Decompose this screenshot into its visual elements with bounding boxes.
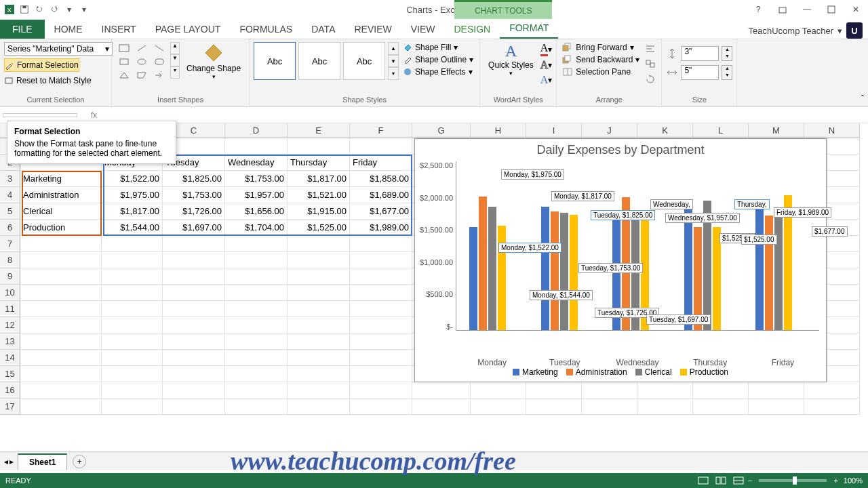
tab-review[interactable]: REVIEW (344, 20, 401, 39)
height-up-icon[interactable]: ▲ (722, 47, 732, 54)
cell[interactable]: Clerical (20, 203, 102, 220)
cell[interactable] (350, 333, 412, 350)
chart-bar[interactable] (560, 213, 568, 330)
cell[interactable]: Production (20, 220, 102, 236)
shape-height-input[interactable]: 3" (681, 46, 719, 61)
user-avatar[interactable]: U (846, 22, 863, 39)
cell[interactable] (412, 382, 471, 399)
cell[interactable] (225, 350, 288, 366)
save-icon[interactable] (18, 3, 31, 16)
cell[interactable] (102, 301, 163, 317)
cell[interactable] (288, 317, 350, 333)
cell[interactable]: $1,989.00 (350, 220, 412, 236)
cell[interactable] (350, 366, 412, 382)
tab-format[interactable]: FORMAT (500, 18, 558, 39)
column-header[interactable]: E (288, 123, 350, 138)
qat-customize-icon[interactable]: ▾ (77, 3, 91, 16)
cell[interactable]: $1,915.00 (288, 203, 350, 220)
sheet-nav-prev-icon[interactable]: ◂ (4, 457, 8, 466)
cell[interactable] (350, 350, 412, 366)
row-header[interactable]: 12 (0, 317, 20, 333)
cell[interactable] (20, 268, 102, 285)
row-header[interactable]: 8 (0, 252, 20, 268)
cell[interactable]: Wednesday (225, 155, 288, 171)
shape-fill-button[interactable]: Shape Fill▾ (401, 42, 475, 53)
chart-data-label[interactable]: Monday, $1,817.00 (551, 191, 614, 201)
cell[interactable]: $1,753.00 (163, 187, 225, 203)
cell[interactable]: $1,704.00 (225, 220, 288, 236)
fx-icon[interactable]: fx (91, 110, 97, 120)
tab-design[interactable]: DESIGN (444, 20, 500, 39)
cell[interactable] (749, 382, 804, 399)
chart-data-label[interactable]: $1,525.00 (741, 235, 777, 245)
cell[interactable] (288, 399, 350, 415)
tab-file[interactable]: FILE (0, 20, 45, 39)
cell[interactable] (471, 382, 526, 399)
cell[interactable] (225, 333, 288, 350)
cell[interactable] (225, 252, 288, 268)
cell[interactable] (749, 399, 804, 415)
tab-data[interactable]: DATA (302, 20, 344, 39)
chart-title[interactable]: Daily Expenses by Department (415, 139, 826, 161)
cell[interactable] (20, 285, 102, 301)
row-header[interactable]: 11 (0, 301, 20, 317)
rotate-button[interactable] (644, 72, 657, 85)
cell[interactable] (163, 382, 225, 399)
text-outline-button[interactable]: A▾ (540, 59, 553, 71)
chart-data-label[interactable]: Friday, $1,989.00 (774, 207, 831, 218)
name-box[interactable] (3, 113, 77, 117)
shape-text-box-icon[interactable] (116, 42, 132, 54)
shape-line2-icon[interactable] (151, 42, 167, 54)
row-header[interactable]: 9 (0, 268, 20, 285)
new-sheet-button[interactable]: + (73, 455, 86, 468)
cell[interactable] (288, 333, 350, 350)
cell[interactable] (804, 399, 860, 415)
normal-view-icon[interactable] (695, 474, 711, 487)
chart-bar[interactable] (774, 216, 783, 330)
cell[interactable] (102, 236, 163, 252)
cell[interactable] (225, 138, 288, 155)
cell[interactable] (637, 382, 693, 399)
chart-data-label[interactable]: Wednesday, (650, 199, 693, 209)
x-axis-label[interactable]: Wednesday (601, 358, 673, 367)
zoom-slider[interactable] (759, 479, 827, 482)
page-break-view-icon[interactable] (730, 474, 747, 487)
send-backward-button[interactable]: Send Backward▾ (561, 54, 641, 65)
cell[interactable] (20, 350, 102, 366)
embedded-chart[interactable]: Daily Expenses by Department $2,500.00$2… (414, 138, 827, 382)
chart-data-label[interactable]: Thursday, (734, 199, 770, 209)
row-header[interactable]: 4 (0, 187, 20, 203)
cell[interactable]: $1,726.00 (163, 203, 225, 220)
cell[interactable]: $1,544.00 (102, 220, 163, 236)
column-header[interactable]: H (471, 123, 526, 138)
chart-bar[interactable] (541, 207, 549, 331)
page-layout-view-icon[interactable] (713, 474, 729, 487)
column-header[interactable]: I (526, 123, 582, 138)
cell[interactable] (225, 268, 288, 285)
cell[interactable] (102, 350, 163, 366)
chart-bar[interactable] (684, 207, 692, 330)
x-axis-label[interactable]: Thursday (674, 358, 747, 367)
cell[interactable] (20, 317, 102, 333)
redo-icon[interactable] (47, 3, 61, 16)
reset-to-match-style-button[interactable]: Reset to Match Style (4, 75, 92, 87)
chart-plot-area[interactable]: $2,500.00$2,000.00$1,500.00$1,000.00$500… (456, 161, 819, 351)
width-down-icon[interactable]: ▼ (722, 73, 732, 79)
cell[interactable] (350, 285, 412, 301)
cell[interactable] (288, 350, 350, 366)
cell[interactable] (526, 399, 582, 415)
format-selection-button[interactable]: Format Selection (4, 58, 79, 72)
shape-roundrect-icon[interactable] (151, 56, 167, 68)
cell[interactable] (225, 301, 288, 317)
width-up-icon[interactable]: ▲ (722, 66, 732, 73)
cell[interactable] (225, 317, 288, 333)
cell[interactable]: $1,817.00 (288, 171, 350, 187)
cell[interactable] (288, 285, 350, 301)
cell[interactable]: Marketing (20, 171, 102, 187)
cell[interactable]: $1,525.00 (288, 220, 350, 236)
cell[interactable] (225, 399, 288, 415)
cell[interactable]: $1,858.00 (350, 171, 412, 187)
cell[interactable] (350, 317, 412, 333)
row-header[interactable]: 16 (0, 382, 20, 399)
maximize-icon[interactable] (822, 3, 841, 16)
